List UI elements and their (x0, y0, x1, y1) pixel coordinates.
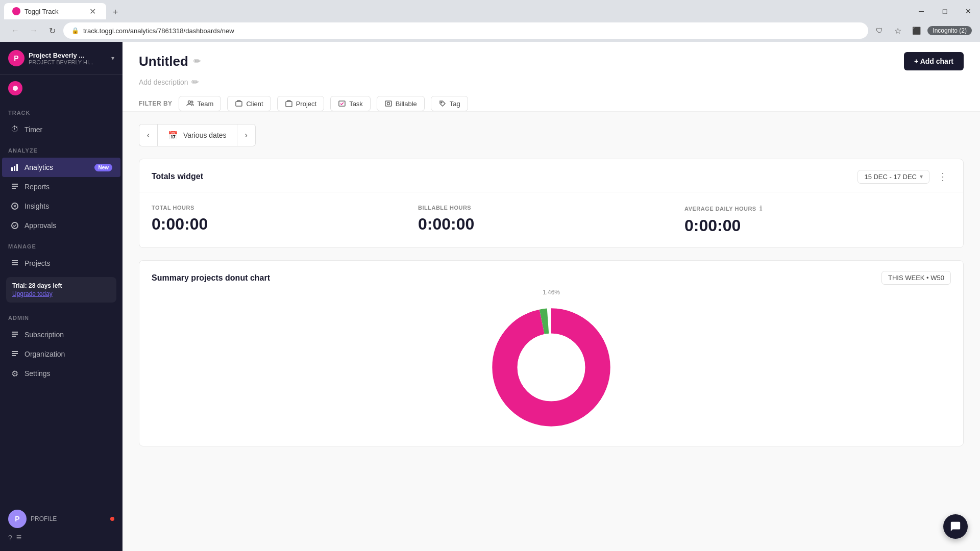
maximize-button[interactable]: □ (933, 3, 957, 19)
sidebar-item-timer[interactable]: ⏱ Timer (2, 120, 120, 139)
workspace-selector[interactable]: P Project Beverly ... PROJECT BEVERLY HI… (0, 42, 122, 75)
shield-icon[interactable]: 🛡 (872, 23, 887, 38)
admin-section: ADMIN (0, 307, 122, 325)
avatar[interactable]: P (8, 510, 27, 528)
svg-rect-2 (14, 166, 15, 171)
upgrade-link[interactable]: Upgrade today (12, 290, 110, 297)
billable-icon (384, 99, 393, 108)
dropdown-arrow-icon: ▾ (920, 173, 923, 180)
sidebar-item-label-insights: Insights (24, 202, 112, 210)
svg-point-24 (387, 103, 389, 105)
edit-title-icon[interactable]: ✏ (193, 56, 201, 67)
sidebar-item-label-projects: Projects (24, 259, 112, 267)
svg-rect-4 (12, 184, 18, 185)
calendar-icon: 📅 (168, 131, 178, 140)
back-button[interactable]: ← (8, 23, 22, 38)
url-text: track.toggl.com/analytics/7861318/dashbo… (83, 27, 860, 35)
avg-daily-value: 0:00:00 (684, 216, 951, 235)
track-section: TRACK (0, 102, 122, 120)
sidebar-item-subscription[interactable]: Subscription (2, 325, 120, 344)
svg-rect-6 (12, 188, 16, 189)
screen-icon[interactable]: ⬛ (909, 23, 923, 38)
organization-icon (10, 349, 19, 359)
avg-daily-metric: AVERAGE DAILY HOURS ℹ 0:00:00 (684, 205, 951, 235)
help-icon[interactable]: ? (8, 534, 12, 542)
total-hours-label: TOTAL HOURS (152, 205, 418, 211)
team-filter-button[interactable]: Team (179, 96, 222, 111)
settings-icon: ⚙ (10, 369, 19, 378)
new-badge: New (94, 164, 112, 171)
page-header: Untitled ✏ + Add chart Add description ✏… (122, 42, 980, 112)
sidebar-item-settings[interactable]: ⚙ Settings (2, 364, 120, 383)
tab-close-button[interactable]: ✕ (87, 6, 98, 17)
lock-icon: 🔒 (71, 27, 79, 34)
projects-icon (10, 259, 19, 268)
approvals-icon (10, 221, 19, 230)
address-bar: ← → ↻ 🔒 track.toggl.com/analytics/786131… (0, 19, 980, 42)
total-hours-value: 0:00:00 (152, 215, 418, 234)
week-badge[interactable]: THIS WEEK • W50 (881, 271, 951, 285)
add-chart-button[interactable]: + Add chart (904, 52, 964, 70)
info-icon[interactable]: ℹ (760, 205, 763, 212)
client-icon (235, 99, 243, 108)
svg-rect-3 (16, 164, 18, 171)
totals-more-button[interactable]: ⋮ (935, 169, 951, 184)
forward-button[interactable]: → (27, 23, 41, 38)
date-range-display[interactable]: 📅 Various dates (157, 124, 237, 146)
date-prev-button[interactable]: ‹ (139, 124, 157, 146)
team-filter-label: Team (198, 100, 214, 108)
project-icon (285, 99, 293, 108)
manage-section-label: MANAGE (8, 243, 122, 249)
profile-label: PROFILE (31, 515, 57, 522)
tab-favicon (12, 7, 20, 15)
page-title-row: Untitled ✏ + Add chart (139, 52, 964, 70)
timer-icon: ⏱ (10, 125, 19, 134)
donut-chart-svg (485, 301, 618, 434)
tag-filter-button[interactable]: Tag (431, 96, 468, 111)
billable-filter-button[interactable]: Billable (377, 96, 425, 111)
date-next-button[interactable]: › (237, 124, 256, 146)
date-range-label: Various dates (183, 131, 227, 139)
app: P Project Beverly ... PROJECT BEVERLY HI… (0, 42, 980, 551)
add-chart-label: + Add chart (914, 57, 953, 65)
sidebar-item-insights[interactable]: Insights (2, 196, 120, 216)
sidebar-item-reports[interactable]: Reports (2, 177, 120, 196)
browser-chrome: Toggl Track ✕ + ─ □ ✕ ← → ↻ 🔒 track.togg… (0, 0, 980, 42)
totals-date-badge[interactable]: 15 DEC - 17 DEC ▾ (857, 170, 929, 184)
billable-filter-label: Billable (396, 100, 417, 108)
content-area: ‹ 📅 Various dates › Totals widget 15 DEC… (122, 112, 980, 551)
sidebar-item-projects[interactable]: Projects (2, 254, 120, 273)
url-bar[interactable]: 🔒 track.toggl.com/analytics/7861318/dash… (63, 22, 868, 39)
client-filter-button[interactable]: Client (227, 96, 271, 111)
page-description[interactable]: Add description ✏ (139, 77, 964, 88)
sidebar-item-label-subscription: Subscription (24, 331, 112, 339)
chat-widget-button[interactable] (943, 514, 968, 539)
totals-date-label: 15 DEC - 17 DEC (864, 173, 917, 181)
refresh-button[interactable]: ↻ (45, 23, 59, 38)
donut-widget-header: Summary projects donut chart THIS WEEK •… (139, 261, 963, 293)
edit-description-icon[interactable]: ✏ (191, 77, 199, 88)
close-button[interactable]: ✕ (957, 3, 980, 19)
sidebar: P Project Beverly ... PROJECT BEVERLY HI… (0, 42, 122, 551)
sidebar-item-analytics[interactable]: Analytics New (2, 158, 120, 177)
new-tab-button[interactable]: + (108, 5, 122, 19)
project-filter-button[interactable]: Project (277, 96, 324, 111)
client-filter-label: Client (246, 100, 263, 108)
donut-percentage-label: 1.46% (543, 289, 560, 296)
incognito-badge[interactable]: Incognito (2) (927, 26, 972, 35)
task-filter-button[interactable]: Task (330, 96, 371, 111)
sidebar-item-approvals[interactable]: Approvals (2, 216, 120, 235)
svg-point-0 (13, 86, 18, 91)
workspace-sub: PROJECT BEVERLY HI... (29, 59, 107, 65)
collapse-icon[interactable]: ≡ (16, 532, 22, 543)
svg-rect-14 (12, 336, 16, 337)
task-icon (338, 99, 346, 108)
donut-widget-body: 1.46% (139, 293, 963, 446)
sidebar-item-organization[interactable]: Organization (2, 344, 120, 364)
bookmark-icon[interactable]: ☆ (891, 23, 905, 38)
total-hours-metric: TOTAL HOURS 0:00:00 (152, 205, 418, 234)
svg-rect-15 (12, 351, 18, 352)
date-range-bar: ‹ 📅 Various dates › (139, 124, 964, 146)
active-tab[interactable]: Toggl Track ✕ (4, 3, 106, 19)
minimize-button[interactable]: ─ (910, 3, 933, 19)
